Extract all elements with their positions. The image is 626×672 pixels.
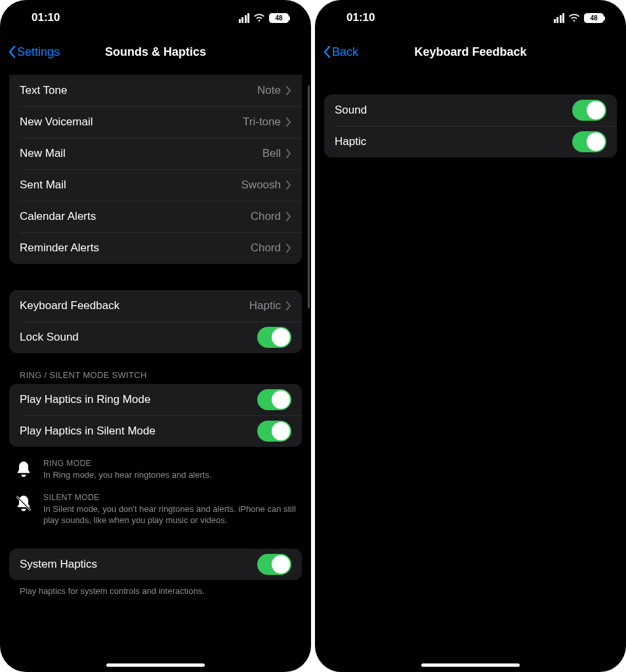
phone-sounds-haptics: 01:10 48 Settings Sounds & Haptics Text …: [0, 0, 311, 672]
row-label: New Mail: [20, 147, 262, 160]
status-icons: 48: [554, 13, 604, 23]
status-icons: 48: [239, 13, 289, 23]
bell-off-icon: [14, 494, 33, 513]
status-bar: 01:10 48: [0, 0, 311, 35]
back-button[interactable]: Settings: [8, 45, 60, 59]
chevron-right-icon: [286, 149, 291, 158]
status-time: 01:10: [31, 11, 60, 24]
chevron-right-icon: [286, 212, 291, 221]
system-haptics-toggle[interactable]: [257, 554, 291, 575]
row-value: Chord: [251, 242, 281, 255]
info-title: SILENT MODE: [43, 493, 299, 502]
lock-sound-toggle[interactable]: [257, 327, 291, 348]
sound-toggle[interactable]: [572, 100, 606, 121]
chevron-right-icon: [286, 243, 291, 253]
nav-bar: Back Keyboard Feedback: [315, 35, 626, 68]
haptics-ring-toggle[interactable]: [257, 389, 291, 410]
row-new-mail[interactable]: New Mail Bell: [9, 138, 302, 169]
row-label: Calendar Alerts: [20, 210, 251, 223]
row-haptics-ring: Play Haptics in Ring Mode: [9, 384, 302, 415]
row-label: Reminder Alerts: [20, 242, 251, 255]
back-button[interactable]: Back: [323, 45, 358, 59]
chevron-right-icon: [286, 180, 291, 190]
row-value: Swoosh: [241, 178, 281, 192]
system-haptics-footer: Play haptics for system controls and int…: [20, 585, 291, 597]
system-haptics-group: System Haptics: [9, 549, 302, 580]
row-haptics-silent: Play Haptics in Silent Mode: [9, 415, 302, 447]
row-calendar-alerts[interactable]: Calendar Alerts Chord: [9, 201, 302, 232]
row-value: Note: [257, 84, 281, 97]
feedback-group: Sound Haptic: [324, 94, 617, 158]
bell-icon: [14, 460, 33, 478]
row-value: Chord: [251, 210, 281, 223]
silent-mode-info: SILENT MODE In Silent mode, you don't he…: [14, 493, 299, 526]
row-haptic: Haptic: [324, 126, 617, 158]
row-value: Haptic: [249, 299, 281, 312]
row-new-voicemail[interactable]: New Voicemail Tri-tone: [9, 106, 302, 138]
cellular-icon: [239, 13, 250, 23]
battery-level: 48: [585, 14, 603, 22]
home-indicator[interactable]: [106, 663, 205, 667]
row-label: Keyboard Feedback: [20, 299, 249, 312]
back-label: Back: [332, 45, 358, 59]
chevron-right-icon: [286, 301, 291, 310]
row-label: Text Tone: [20, 84, 257, 97]
nav-bar: Settings Sounds & Haptics: [0, 35, 311, 68]
scrollbar[interactable]: [308, 85, 310, 308]
wifi-icon: [253, 13, 265, 22]
status-bar: 01:10 48: [315, 0, 626, 35]
row-label: Sent Mail: [20, 178, 241, 192]
sounds-group: Text Tone Note New Voicemail Tri-tone Ne…: [9, 75, 302, 264]
row-value: Bell: [262, 147, 281, 160]
haptic-toggle[interactable]: [572, 131, 606, 152]
cellular-icon: [554, 13, 565, 23]
row-sent-mail[interactable]: Sent Mail Swoosh: [9, 169, 302, 201]
row-label: Sound: [335, 104, 572, 117]
chevron-left-icon: [8, 45, 16, 58]
phone-keyboard-feedback: 01:10 48 Back Keyboard Feedback Sound Ha…: [315, 0, 626, 672]
info-desc: In Ring mode, you hear ringtones and ale…: [43, 469, 299, 481]
chevron-left-icon: [323, 45, 331, 58]
row-sound: Sound: [324, 94, 617, 126]
row-label: Lock Sound: [20, 331, 257, 344]
row-label: System Haptics: [20, 558, 257, 571]
back-label: Settings: [17, 45, 60, 59]
row-label: New Voicemail: [20, 116, 243, 129]
info-title: RING MODE: [43, 459, 299, 468]
row-text-tone[interactable]: Text Tone Note: [9, 75, 302, 106]
chevron-right-icon: [286, 117, 291, 127]
wifi-icon: [568, 13, 580, 22]
battery-icon: 48: [584, 13, 604, 23]
row-system-haptics: System Haptics: [9, 549, 302, 580]
row-value: Tri-tone: [243, 116, 281, 129]
chevron-right-icon: [286, 86, 291, 95]
row-label: Haptic: [335, 135, 572, 148]
row-keyboard-feedback[interactable]: Keyboard Feedback Haptic: [9, 290, 302, 322]
row-lock-sound: Lock Sound: [9, 322, 302, 353]
page-title: Keyboard Feedback: [315, 45, 626, 59]
silent-group: Play Haptics in Ring Mode Play Haptics i…: [9, 384, 302, 447]
row-label: Play Haptics in Silent Mode: [20, 425, 257, 438]
info-desc: In Silent mode, you don't hear ringtones…: [43, 503, 299, 526]
row-label: Play Haptics in Ring Mode: [20, 393, 257, 406]
status-time: 01:10: [346, 11, 375, 24]
battery-icon: 48: [269, 13, 289, 23]
section-header-silent: RING / SILENT MODE SWITCH: [20, 370, 302, 380]
ring-mode-info: RING MODE In Ring mode, you hear rington…: [14, 459, 299, 481]
keyboard-lock-group: Keyboard Feedback Haptic Lock Sound: [9, 290, 302, 353]
home-indicator[interactable]: [421, 663, 520, 667]
haptics-silent-toggle[interactable]: [257, 421, 291, 442]
row-reminder-alerts[interactable]: Reminder Alerts Chord: [9, 232, 302, 264]
battery-level: 48: [270, 14, 288, 22]
